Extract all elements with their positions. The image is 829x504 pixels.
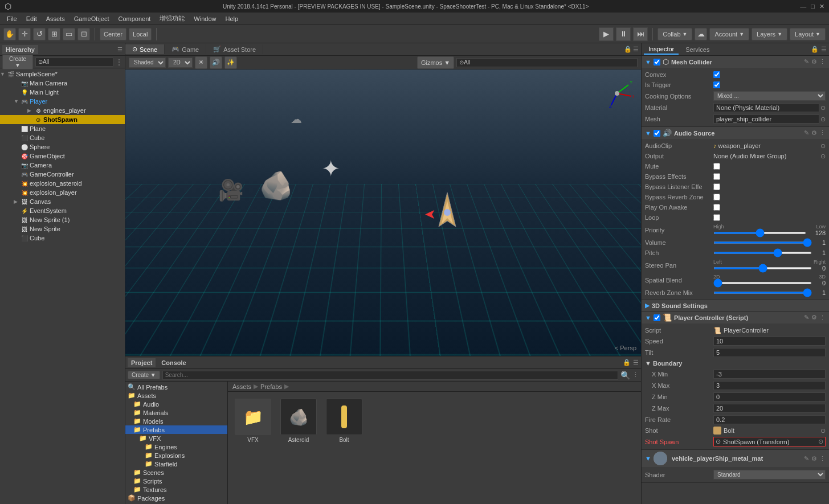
audio-source-header[interactable]: ▼ 🔊 Audio Source ✎ ⚙ ⋮ xyxy=(642,127,829,139)
output-pick-btn[interactable]: ⊙ xyxy=(820,153,826,160)
pitch-slider[interactable] xyxy=(713,252,812,254)
project-lock-btn[interactable]: 🔒 xyxy=(623,359,631,366)
maximize-btn[interactable]: □ xyxy=(811,3,815,10)
menu-item-component[interactable]: Component xyxy=(113,14,155,23)
prop-mute-checkbox[interactable] xyxy=(713,163,720,170)
scale-tool-btn[interactable]: ⊞ xyxy=(48,28,60,40)
console-tab[interactable]: Console xyxy=(158,358,189,367)
menu-item-edit[interactable]: Edit xyxy=(22,14,42,23)
hierarchy-item-camera[interactable]: 📷Camera xyxy=(0,161,125,170)
play-btn[interactable]: ▶ xyxy=(599,27,614,41)
prop-fire-rate-input[interactable] xyxy=(713,415,826,424)
scene-tab-game[interactable]: 🎮 Game xyxy=(165,44,206,54)
minimize-btn[interactable]: — xyxy=(800,3,806,10)
project-tree-item[interactable]: 📁Audio xyxy=(125,400,227,408)
scene-search[interactable] xyxy=(456,58,638,67)
hierarchy-item-samplescene[interactable]: ▼🎬SampleScene* xyxy=(0,69,125,79)
hierarchy-item-maincamera[interactable]: 📷Main Camera xyxy=(0,79,125,88)
project-create-btn[interactable]: Create ▼ xyxy=(128,371,160,379)
reverb-zone-slider[interactable] xyxy=(713,292,812,294)
asset-asteroid[interactable]: 🪨 Asteroid xyxy=(278,396,319,445)
player-controller-settings-btn[interactable]: ⚙ xyxy=(811,314,817,321)
hand-tool-btn[interactable]: ✋ xyxy=(3,28,16,40)
prop-bypass-effects-checkbox[interactable] xyxy=(713,173,720,180)
menu-item-gameobject[interactable]: GameObject xyxy=(70,14,114,23)
hierarchy-item-explosion_player[interactable]: 💥explosion_player xyxy=(0,188,125,197)
hierarchy-item-plane[interactable]: ⬜Plane xyxy=(0,124,125,133)
player-controller-edit-btn[interactable]: ✎ xyxy=(804,314,809,321)
mesh-collider-menu-btn[interactable]: ⋮ xyxy=(819,58,826,65)
mesh-collider-settings-btn[interactable]: ⚙ xyxy=(811,58,817,65)
audio-btn[interactable]: 🔊 xyxy=(210,56,222,69)
project-tree-item[interactable]: 📁Starfield xyxy=(125,460,227,468)
services-tab[interactable]: Services xyxy=(681,45,714,54)
vehicle-material-menu-btn[interactable]: ⋮ xyxy=(819,455,826,462)
project-tree-item[interactable]: 🔍All Prefabs xyxy=(125,383,227,391)
scene-tab-assetstore[interactable]: 🛒 Asset Store xyxy=(206,44,263,54)
step-btn[interactable]: ⏭ xyxy=(633,27,648,41)
hierarchy-item-cube1[interactable]: ⬛Cube xyxy=(0,133,125,142)
asset-vfx[interactable]: 📁 VFX xyxy=(232,396,273,445)
mesh-collider-enabled[interactable] xyxy=(654,59,660,65)
project-tree-item[interactable]: 📁Prefabs xyxy=(125,425,227,434)
hierarchy-create-btn[interactable]: Create ▼ xyxy=(2,55,33,69)
prop-material-pick-btn[interactable]: ⊙ xyxy=(820,104,826,112)
audio-source-settings-btn[interactable]: ⚙ xyxy=(811,129,817,137)
prop-convex-checkbox[interactable] xyxy=(713,71,720,78)
audio-source-menu-btn[interactable]: ⋮ xyxy=(819,129,826,137)
mode-dropdown[interactable]: 2D xyxy=(168,58,193,68)
hierarchy-item-eventsystem[interactable]: ⚡EventSystem xyxy=(0,206,125,215)
cloud-btn[interactable]: ☁ xyxy=(695,28,707,40)
project-tree-item[interactable]: 📁Scenes xyxy=(125,468,227,477)
inspector-menu-btn[interactable]: ☰ xyxy=(821,46,827,53)
hierarchy-item-newsprite[interactable]: 🖼New Sprite xyxy=(0,224,125,233)
player-controller-menu-btn[interactable]: ⋮ xyxy=(819,314,826,321)
menu-item-assets[interactable]: Assets xyxy=(42,14,70,23)
audio-source-enabled[interactable] xyxy=(654,130,660,137)
menu-item-增强功能[interactable]: 增强功能 xyxy=(155,13,189,24)
project-tree-item[interactable]: 📁Materials xyxy=(125,408,227,417)
prop-shader-dropdown[interactable]: Standard xyxy=(713,470,826,480)
prop-xmax-input[interactable] xyxy=(713,381,826,390)
shading-dropdown[interactable]: Shaded xyxy=(129,58,166,68)
project-tree-item[interactable]: 📦Packages xyxy=(125,494,227,502)
layers-btn[interactable]: Layers ▼ xyxy=(752,28,787,40)
rect-tool-btn[interactable]: ▭ xyxy=(63,28,75,40)
project-search-btn[interactable]: 🔍 xyxy=(620,371,630,380)
local-btn[interactable]: Local xyxy=(129,28,152,40)
transform-tool-btn[interactable]: ⊡ xyxy=(77,28,90,40)
prop-play-on-awake-checkbox[interactable] xyxy=(713,204,720,211)
prop-cooking-options-dropdown[interactable]: Mixed ... xyxy=(713,91,826,101)
menu-item-help[interactable]: Help xyxy=(220,14,243,23)
project-tree-item[interactable]: 📁Engines xyxy=(125,442,227,451)
audioclip-pick-btn[interactable]: ⊙ xyxy=(820,142,826,150)
hierarchy-item-cube2[interactable]: ⬛Cube xyxy=(0,233,125,243)
hierarchy-item-shotspawn[interactable]: ⊙ShotSpawn xyxy=(0,115,125,124)
hierarchy-tab[interactable]: Hierarchy xyxy=(2,45,38,54)
project-tree-item[interactable]: 📁Explosions xyxy=(125,451,227,460)
center-btn[interactable]: Center xyxy=(100,28,126,40)
rotate-tool-btn[interactable]: ↺ xyxy=(33,28,46,40)
account-btn[interactable]: Account ▼ xyxy=(709,28,749,40)
effects-btn[interactable]: ✨ xyxy=(224,56,237,69)
project-menu-btn[interactable]: ☰ xyxy=(633,359,639,366)
player-controller-enabled[interactable] xyxy=(654,314,660,321)
prop-bypass-listener-checkbox[interactable] xyxy=(713,183,720,190)
hierarchy-item-gamecontroller[interactable]: 🎮GameController xyxy=(0,170,125,179)
priority-slider[interactable] xyxy=(713,232,806,234)
close-btn[interactable]: ✕ xyxy=(819,3,824,10)
project-tree-item[interactable]: 📁Assets xyxy=(125,391,227,400)
shot-pick-btn[interactable]: ⊙ xyxy=(820,427,826,435)
project-tree-item[interactable]: 📁Textures xyxy=(125,485,227,494)
hierarchy-item-mainlight[interactable]: 💡Main Light xyxy=(0,88,125,97)
breadcrumb-assets[interactable]: Assets xyxy=(232,383,251,390)
asset-bolt[interactable]: Bolt xyxy=(324,396,365,445)
stereo-slider[interactable] xyxy=(713,267,812,269)
scene-tab-scene[interactable]: ⊙ Scene xyxy=(125,44,165,54)
project-tree-item[interactable]: 📁Models xyxy=(125,417,227,425)
hierarchy-item-player[interactable]: ▼🎮Player xyxy=(0,97,125,106)
hierarchy-menu-btn[interactable]: ☰ xyxy=(117,46,122,52)
hierarchy-item-gameobject[interactable]: 🎯GameObject xyxy=(0,151,125,161)
project-tab[interactable]: Project xyxy=(128,358,156,367)
breadcrumb-prefabs[interactable]: Prefabs xyxy=(260,383,282,390)
